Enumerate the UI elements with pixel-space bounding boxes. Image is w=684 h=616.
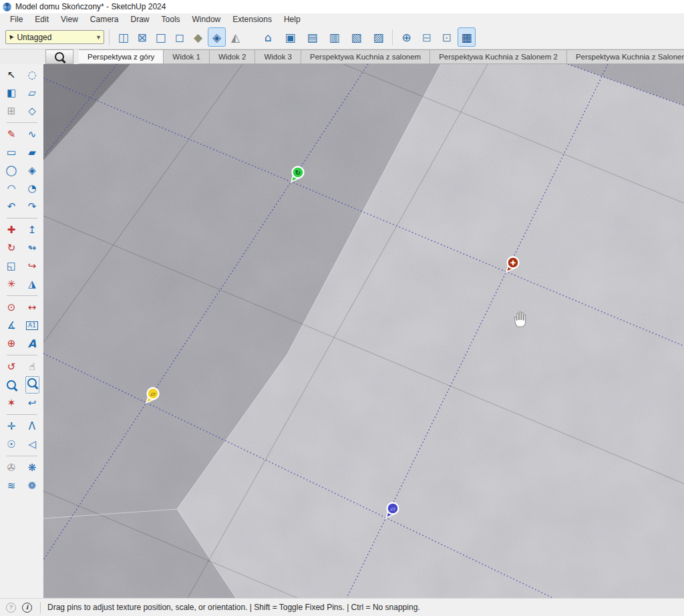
back-view[interactable]: ▧ — [347, 27, 365, 47]
hidden-line-style[interactable]: ◻ — [170, 27, 188, 47]
extension-hexagon-gear[interactable]: ✇ — [3, 460, 20, 476]
field-of-view-tool[interactable]: ◁ — [23, 436, 41, 452]
two-point-arc-tool[interactable]: ↶ — [3, 198, 20, 214]
solid-tools[interactable]: ◮ — [23, 276, 41, 292]
info-icon[interactable]: i — [22, 603, 32, 613]
tag-dropdown-value: Untagged — [17, 33, 51, 42]
move-tool[interactable]: ✚ — [3, 222, 20, 238]
tape-measure-tool[interactable]: ⊙ — [3, 299, 20, 315]
xray-style[interactable]: ◫ — [114, 27, 132, 47]
eraser-tool[interactable]: ▱ — [23, 85, 41, 101]
arc-tool[interactable]: ◠ — [3, 180, 20, 196]
palette-separator — [7, 414, 37, 415]
menu-tools[interactable]: Tools — [156, 14, 186, 25]
svg-text:✚: ✚ — [510, 259, 516, 267]
axes-tool[interactable]: ⊕ — [3, 335, 20, 351]
sketchup-window: Model domu Skończony* - SketchUp 2024 Fi… — [0, 0, 684, 616]
zoom-extents-tool[interactable]: ✶ — [3, 395, 20, 411]
menu-bar: FileEditViewCameraDrawToolsWindowExtensi… — [0, 13, 684, 25]
lasso-tool[interactable]: ◌ — [23, 67, 41, 83]
scene-search-button[interactable] — [45, 49, 73, 64]
section-tools-group: ⊕⊟⊡▦ — [397, 27, 476, 47]
walk-tool[interactable]: Λ — [23, 418, 41, 434]
top-view[interactable]: ▣ — [281, 27, 299, 47]
line-tool[interactable]: ✎ — [3, 126, 20, 142]
rotate-tool[interactable]: ↻ — [3, 240, 20, 256]
polygon-tool[interactable]: ◈ — [23, 162, 41, 178]
three-point-arc-tool[interactable]: ↷ — [23, 198, 41, 214]
push-pull-tool[interactable]: ↥ — [23, 222, 41, 238]
menu-draw[interactable]: Draw — [125, 14, 156, 25]
menu-edit[interactable]: Edit — [29, 14, 55, 25]
previous-view-tool[interactable]: ↩ — [23, 395, 41, 411]
tag-dropdown[interactable]: ➤ Untagged ▼ — [5, 30, 104, 44]
rectangle-tool[interactable]: ▭ — [3, 144, 20, 160]
menu-help[interactable]: Help — [278, 14, 307, 25]
monochrome-style[interactable]: ◭ — [226, 27, 244, 47]
scene-tab[interactable]: Perspektywa z góry — [79, 49, 164, 64]
menu-window[interactable]: Window — [186, 14, 227, 25]
back-edges-style[interactable]: ⊠ — [133, 27, 151, 47]
pie-tool[interactable]: ◔ — [23, 180, 41, 196]
select-tool[interactable]: ↖ — [3, 67, 20, 83]
section-plane-tool[interactable]: ⊕ — [397, 27, 415, 47]
svg-text:↻: ↻ — [295, 169, 301, 176]
follow-me-tool[interactable]: ↬ — [23, 240, 41, 256]
palette-separator — [7, 295, 37, 296]
zoom-window-tool[interactable] — [23, 377, 41, 393]
toolbar-separator — [109, 29, 110, 45]
display-section-planes[interactable]: ⊟ — [417, 27, 436, 47]
pan-tool[interactable]: ☝ — [23, 359, 41, 375]
svg-text:▱: ▱ — [150, 390, 156, 398]
iso-view[interactable]: ⌂ — [259, 27, 277, 47]
chevron-down-icon[interactable]: ▼ — [96, 34, 102, 41]
components-tool[interactable]: ⊞ — [3, 103, 20, 119]
look-around-tool[interactable]: ☉ — [3, 436, 20, 452]
search-icon — [55, 52, 64, 61]
extension-layers-export[interactable]: ≋ — [3, 478, 20, 494]
scene-tab[interactable]: Widok 2 — [210, 49, 256, 64]
snap-tool[interactable]: ✳ — [3, 276, 20, 292]
model-canvas[interactable]: ↻✚▱▱ — [43, 64, 684, 598]
menu-camera[interactable]: Camera — [84, 14, 125, 25]
extension-swirl-gear[interactable]: ❋ — [23, 460, 41, 476]
menu-file[interactable]: File — [4, 14, 29, 25]
offset-tool[interactable]: ↪ — [23, 258, 41, 274]
menu-extensions[interactable]: Extensions — [226, 14, 278, 25]
circle-tool[interactable]: ◯ — [3, 162, 20, 178]
shaded-with-textures-style[interactable]: ◈ — [208, 27, 226, 47]
geolocation-icon[interactable]: ? — [6, 603, 16, 613]
orbit-tool[interactable]: ↺ — [3, 359, 20, 375]
left-view[interactable]: ▨ — [369, 27, 387, 47]
shape-tool[interactable]: ◇ — [23, 103, 41, 119]
front-view[interactable]: ▤ — [303, 27, 321, 47]
wireframe-style[interactable]: □ — [152, 27, 170, 47]
zoom-tool[interactable] — [3, 377, 20, 393]
display-section-fill[interactable]: ▦ — [458, 27, 476, 47]
svg-text:▱: ▱ — [390, 505, 395, 512]
menu-view[interactable]: View — [55, 14, 84, 25]
magnifier-icon — [27, 378, 37, 388]
paint-bucket-tool[interactable]: ◧ — [3, 85, 20, 101]
scene-tab[interactable]: Perspektywa Kuchnia z salonem — [301, 49, 430, 64]
text-tool[interactable]: A1 — [23, 317, 41, 333]
right-view[interactable]: ▥ — [325, 27, 343, 47]
freehand-tool[interactable]: ∿ — [23, 126, 41, 142]
scale-tool[interactable]: ◱ — [3, 258, 20, 274]
position-camera-tool[interactable]: ✛ — [3, 418, 20, 434]
extension-flow-gear[interactable]: ❁ — [23, 478, 41, 494]
scene-tab[interactable]: Perspektywa Kuchnia z Salonem 2 — [430, 49, 567, 64]
palette-separator — [7, 355, 37, 355]
dimension-tool[interactable]: ↔ — [23, 299, 41, 315]
rotated-rectangle-tool[interactable]: ▰ — [23, 144, 41, 160]
display-section-cuts[interactable]: ⊡ — [438, 27, 456, 47]
face-style-group: ◫⊠□◻◆◈◭ — [114, 27, 244, 47]
scene-tab[interactable]: Perspektywa Kuchnia z Salonem 3 — [567, 49, 684, 64]
protractor-tool[interactable]: ∡ — [3, 317, 20, 333]
scene-tabs-bar: Perspektywa z góryWidok 1Widok 2Widok 3P… — [0, 49, 684, 64]
status-hint-text: Drag pins to adjust texture position, sc… — [47, 603, 420, 612]
scene-tab[interactable]: Widok 3 — [255, 49, 301, 64]
shaded-style[interactable]: ◆ — [189, 27, 207, 47]
three-d-text-tool[interactable]: A — [23, 335, 41, 351]
scene-tab[interactable]: Widok 1 — [164, 49, 210, 64]
